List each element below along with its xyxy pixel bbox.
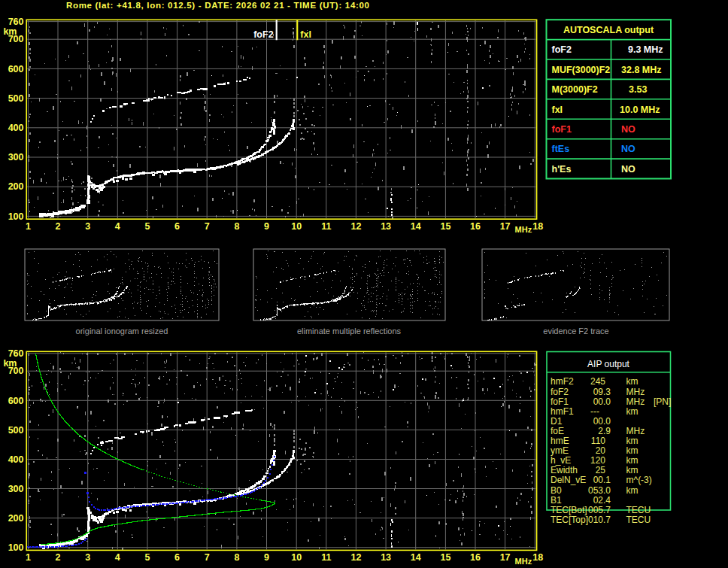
svg-text:Ewidth: Ewidth [551, 465, 578, 475]
svg-text:1: 1 [26, 552, 31, 563]
svg-text:evidence F2 trace: evidence F2 trace [543, 327, 608, 336]
svg-text:7: 7 [205, 221, 210, 232]
svg-text:km: km [626, 376, 639, 387]
svg-text:1: 1 [26, 221, 31, 232]
svg-text:9: 9 [264, 221, 269, 232]
svg-text:foF1: foF1 [552, 124, 572, 135]
svg-text:foE: foE [551, 426, 564, 436]
svg-text:11: 11 [321, 552, 331, 563]
svg-text:17: 17 [500, 221, 511, 232]
svg-text:16: 16 [470, 552, 481, 563]
svg-text:3: 3 [85, 552, 90, 563]
svg-text:NO: NO [621, 124, 635, 135]
svg-text:km: km [626, 485, 639, 496]
svg-text:MUF(3000)F2: MUF(3000)F2 [552, 65, 611, 75]
svg-text:8: 8 [234, 221, 239, 232]
svg-text:2: 2 [56, 221, 61, 232]
svg-text:D1: D1 [551, 416, 563, 427]
svg-text:18: 18 [532, 552, 543, 563]
svg-text:7: 7 [205, 552, 210, 563]
svg-text:14: 14 [411, 552, 421, 563]
svg-text:6: 6 [174, 552, 180, 563]
svg-text:AIP output: AIP output [587, 359, 629, 369]
svg-text:010.7: 010.7 [588, 515, 611, 525]
svg-text:DelN_vE: DelN_vE [551, 475, 586, 485]
svg-text:MHz: MHz [626, 387, 645, 397]
svg-text:fxI: fxI [300, 29, 311, 40]
svg-text:200: 200 [8, 181, 24, 192]
svg-text:600: 600 [8, 396, 24, 406]
svg-text:3: 3 [85, 221, 90, 232]
svg-text:km: km [626, 445, 639, 456]
svg-text:9.3 MHz: 9.3 MHz [628, 44, 663, 55]
svg-text:TECU: TECU [626, 515, 651, 525]
svg-text:15: 15 [440, 221, 450, 232]
svg-text:MHz: MHz [515, 557, 532, 566]
svg-text:5: 5 [145, 221, 150, 232]
svg-text:M(3000)F2: M(3000)F2 [552, 84, 598, 95]
svg-text:km: km [3, 358, 17, 369]
svg-text:hmE: hmE [551, 436, 569, 446]
svg-text:110: 110 [591, 436, 605, 446]
svg-text:MHz: MHz [515, 225, 532, 234]
svg-text:eliminate multiple reflections: eliminate multiple reflections [297, 327, 402, 336]
svg-text:TEC[Top]: TEC[Top] [551, 515, 588, 525]
svg-text:02.4: 02.4 [593, 495, 611, 506]
svg-text:2: 2 [56, 552, 61, 563]
svg-text:MHz: MHz [626, 426, 645, 436]
svg-text:TECU: TECU [626, 505, 651, 515]
svg-text:km: km [626, 436, 639, 446]
svg-text:12: 12 [350, 552, 361, 563]
svg-text:00.0: 00.0 [593, 416, 611, 427]
svg-text:foF1: foF1 [551, 396, 569, 407]
svg-text:Rome (lat: +41.8, lon: 012.5): Rome (lat: +41.8, lon: 012.5) - DATE: 20… [66, 1, 369, 10]
svg-text:760: 760 [8, 17, 24, 27]
svg-text:100: 100 [8, 542, 24, 553]
svg-text:8: 8 [234, 552, 239, 563]
svg-text:300: 300 [8, 484, 24, 494]
svg-text:053.0: 053.0 [588, 485, 611, 496]
svg-text:TEC[Bot]: TEC[Bot] [551, 505, 587, 515]
svg-text:foF2: foF2 [551, 387, 569, 397]
svg-text:foF2: foF2 [253, 29, 273, 40]
svg-text:5: 5 [145, 552, 150, 563]
svg-text:hmF1: hmF1 [551, 406, 574, 417]
svg-text:10: 10 [291, 221, 302, 232]
svg-text:14: 14 [411, 221, 421, 232]
svg-text:00.1: 00.1 [593, 475, 611, 485]
svg-text:245: 245 [590, 376, 605, 387]
svg-text:10.0 MHz: 10.0 MHz [620, 105, 660, 115]
svg-text:4: 4 [115, 221, 120, 232]
svg-text:12: 12 [350, 221, 361, 232]
svg-text:6: 6 [174, 221, 180, 232]
svg-text:760: 760 [8, 348, 24, 359]
svg-text:MHz: MHz [626, 396, 645, 407]
svg-text:m^(-3): m^(-3) [626, 475, 652, 485]
svg-text:13: 13 [381, 552, 391, 563]
svg-text:500: 500 [8, 93, 24, 104]
svg-text:200: 200 [8, 513, 24, 524]
svg-text:005.7: 005.7 [588, 505, 611, 515]
svg-text:20: 20 [596, 445, 606, 456]
svg-text:600: 600 [8, 64, 24, 74]
svg-text:4: 4 [115, 552, 120, 563]
svg-text:9: 9 [264, 552, 269, 563]
svg-text:2.9: 2.9 [598, 426, 611, 436]
svg-text:km: km [626, 455, 639, 466]
svg-text:km: km [626, 465, 639, 475]
svg-text:ftEs: ftEs [552, 144, 570, 154]
svg-text:09.3: 09.3 [593, 387, 611, 397]
svg-text:400: 400 [8, 123, 24, 133]
svg-text:NO: NO [621, 164, 635, 175]
svg-text:NO: NO [621, 144, 635, 154]
svg-text:120: 120 [590, 455, 605, 466]
svg-text:h_vE: h_vE [551, 455, 571, 466]
svg-text:00.0: 00.0 [593, 396, 611, 407]
svg-text:km: km [626, 406, 639, 417]
svg-text:ymE: ymE [551, 445, 569, 456]
svg-text:---: --- [590, 406, 599, 417]
svg-text:32.8 MHz: 32.8 MHz [621, 65, 662, 75]
svg-text:300: 300 [8, 152, 24, 163]
svg-text:km: km [3, 26, 17, 37]
svg-text:10: 10 [291, 552, 302, 563]
